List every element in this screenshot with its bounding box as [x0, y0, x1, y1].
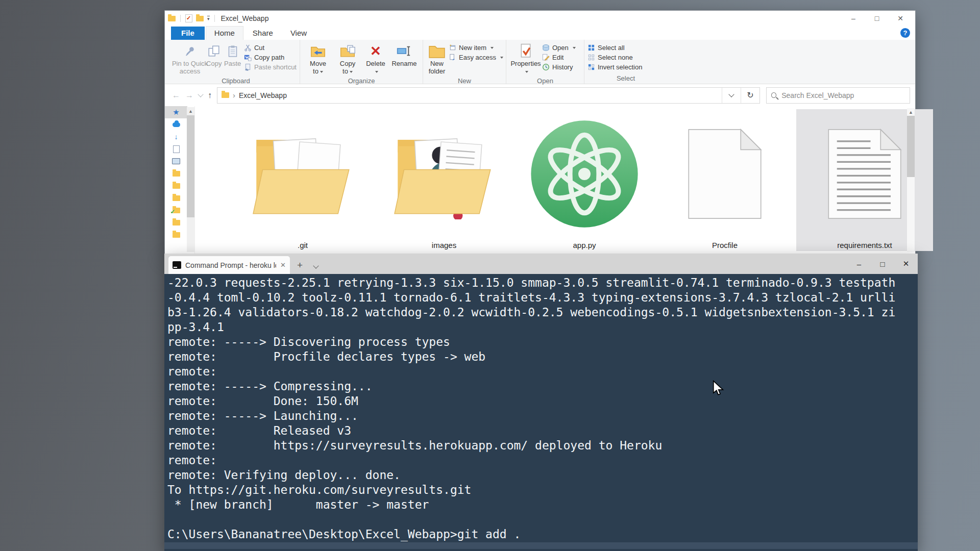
sidebar-item-folder[interactable]: [165, 167, 187, 180]
terminal-line: To https://git.heroku.com/surveyresults.…: [167, 483, 915, 497]
maximize-button[interactable]: □: [865, 11, 889, 26]
sidebar-item-star[interactable]: ★: [165, 106, 187, 118]
new-tab-button[interactable]: +: [297, 260, 303, 271]
sidebar-item-down[interactable]: ↓: [165, 131, 187, 143]
scroll-up-icon[interactable]: ▲: [187, 107, 194, 114]
terminal-line: remote: -----> Discovering process types: [167, 335, 915, 349]
paste-button[interactable]: Paste: [223, 41, 241, 68]
file-label: Procfile: [712, 241, 738, 250]
tab-home[interactable]: Home: [206, 26, 243, 40]
scrollbar-thumb[interactable]: [187, 115, 194, 217]
terminal-bottom-strip: [164, 542, 918, 549]
open-button[interactable]: Open: [542, 43, 576, 53]
rename-icon: [397, 42, 412, 60]
ribbon-group-open: Properties Open Edit History: [506, 40, 584, 84]
copy-icon: [208, 42, 220, 60]
new-folder-icon: [428, 42, 446, 60]
breadcrumb[interactable]: Excel_Webapp: [239, 91, 287, 99]
terminal-line: remote: -----> Compressing...: [167, 379, 915, 394]
content-scrollbar[interactable]: ▲: [907, 108, 915, 252]
sidebar-item-folder[interactable]: [165, 229, 187, 241]
sidebar-item-folder[interactable]: [165, 192, 187, 204]
sidebar-item-doc[interactable]: [165, 143, 187, 155]
folder-icon[interactable]: [168, 16, 176, 21]
delete-button[interactable]: ✕ Delete: [362, 41, 389, 76]
help-button[interactable]: ?: [900, 28, 910, 38]
tab-share[interactable]: Share: [244, 27, 281, 40]
address-bar[interactable]: › Excel_Webapp ↻: [217, 87, 760, 104]
search-icon: [771, 92, 776, 98]
tab-file[interactable]: File: [171, 27, 205, 40]
explorer-titlebar[interactable]: ✓ ▾ Excel_Webapp – □ ✕: [165, 11, 915, 26]
file-item-.git[interactable]: .git: [239, 109, 366, 251]
computer-icon: [172, 158, 180, 164]
copy-path-button[interactable]: Copy path: [244, 53, 297, 62]
page-lines-icon: [827, 109, 902, 239]
terminal-tab[interactable]: Command Prompt - heroku log ✕: [168, 256, 290, 274]
history-button[interactable]: History: [542, 62, 576, 72]
search-box[interactable]: [766, 87, 910, 104]
address-dropdown-button[interactable]: [722, 88, 741, 103]
document-icon: [173, 145, 180, 153]
select-all-button[interactable]: Select all: [587, 43, 642, 53]
properties-check-icon[interactable]: ✓: [185, 14, 192, 22]
up-button[interactable]: ↑: [208, 91, 212, 100]
terminal-output[interactable]: -22.0.3 requests-2.25.1 retrying-1.3.3 s…: [164, 274, 918, 543]
tab-dropdown-button[interactable]: [313, 263, 318, 268]
sidebar-item-folder[interactable]: [165, 216, 187, 229]
delete-icon: ✕: [370, 42, 381, 60]
move-to-button[interactable]: Move to: [303, 41, 333, 76]
close-button[interactable]: ✕: [889, 11, 912, 26]
navpane-scrollbar[interactable]: ▲: [187, 107, 194, 252]
edit-button[interactable]: Edit: [542, 53, 576, 62]
download-arrow-icon: ↓: [175, 133, 178, 141]
terminal-line: pp-3.4.1: [167, 320, 915, 335]
scroll-up-icon[interactable]: ▲: [907, 108, 915, 115]
sidebar-item-cloud[interactable]: [165, 118, 187, 131]
file-item-images[interactable]: images: [380, 109, 508, 251]
cut-button[interactable]: Cut: [244, 43, 297, 53]
properties-button[interactable]: Properties: [509, 41, 542, 76]
easy-access-button[interactable]: Easy access: [449, 53, 503, 62]
file-label: images: [432, 241, 456, 250]
sidebar-item-pc[interactable]: [165, 155, 187, 167]
sidebar-item-folder_check[interactable]: ✓: [165, 204, 187, 216]
copy-button[interactable]: Copy: [205, 41, 223, 68]
terminal-window: Command Prompt - heroku log ✕ + – □ ✕ -2…: [164, 254, 918, 551]
folder-icon: [173, 195, 180, 201]
search-input[interactable]: [780, 91, 905, 100]
tab-view[interactable]: View: [282, 27, 315, 40]
minimize-button[interactable]: –: [842, 11, 865, 26]
maximize-button[interactable]: □: [871, 260, 894, 268]
tab-close-button[interactable]: ✕: [280, 261, 286, 269]
close-button[interactable]: ✕: [894, 259, 918, 268]
select-none-button[interactable]: Select none: [587, 53, 642, 62]
breadcrumb-chevron: ›: [233, 91, 235, 99]
recent-locations-chevron[interactable]: [198, 91, 203, 97]
terminal-line: remote: Procfile declares types -> web: [167, 349, 915, 364]
ribbon: Pin to Quick access Copy Paste: [165, 40, 915, 84]
file-item-Procfile[interactable]: Procfile: [661, 109, 789, 251]
folder-icon[interactable]: [196, 16, 204, 21]
invert-selection-button[interactable]: Invert selection: [587, 62, 642, 72]
customize-toolbar-icon[interactable]: ▾: [207, 16, 210, 21]
file-item-app.py[interactable]: app.py: [521, 109, 648, 251]
pin-to-quick-access-button[interactable]: Pin to Quick access: [175, 41, 205, 76]
copy-to-button[interactable]: Copy to: [333, 41, 362, 76]
new-item-button[interactable]: New item: [449, 43, 503, 53]
paste-shortcut-button[interactable]: Paste shortcut: [244, 62, 297, 72]
terminal-titlebar[interactable]: Command Prompt - heroku log ✕ + – □ ✕: [164, 254, 918, 274]
scrollbar-thumb[interactable]: [907, 116, 915, 177]
forward-button[interactable]: →: [185, 91, 193, 100]
new-folder-button[interactable]: New folder: [426, 41, 448, 76]
terminal-line: -22.0.3 requests-2.25.1 retrying-1.3.3 s…: [167, 276, 915, 290]
terminal-line: C:\Users\Bananatree\Desktop\Excel_Webapp…: [167, 527, 915, 542]
rename-button[interactable]: Rename: [389, 41, 420, 68]
sidebar-item-folder[interactable]: [165, 180, 187, 192]
back-button[interactable]: ←: [172, 91, 180, 100]
quick-access-toolbar: ✓ ▾: [168, 14, 216, 22]
pin-icon: [184, 42, 195, 60]
refresh-button[interactable]: ↻: [741, 88, 760, 103]
minimize-button[interactable]: –: [847, 260, 871, 268]
dropdown-caret: [491, 47, 494, 49]
